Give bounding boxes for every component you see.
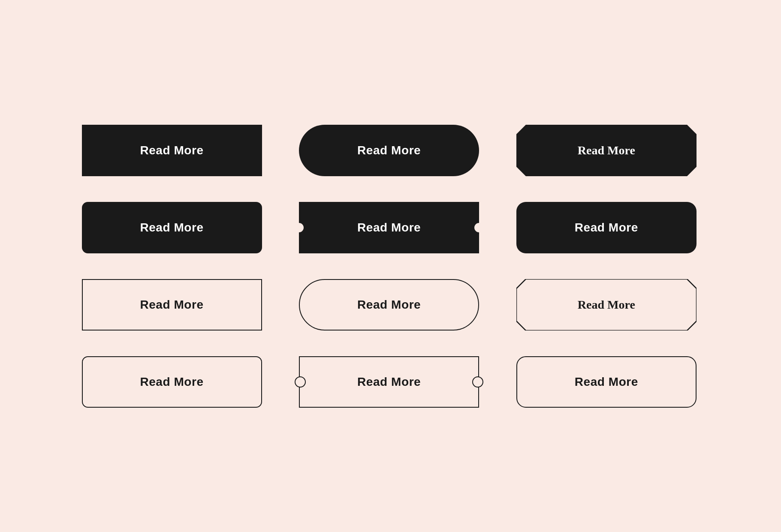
read-more-button-filled-sharp[interactable]: Read More <box>82 125 262 176</box>
button-grid: Read More Read More Read More Read More … <box>48 90 734 442</box>
read-more-button-outline-soft[interactable]: Read More <box>516 356 697 408</box>
read-more-button-filled-chamfer[interactable]: Read More <box>516 125 697 176</box>
read-more-button-filled-ticket[interactable]: Read More <box>299 202 479 253</box>
read-more-button-outline-chamfer[interactable]: Read More <box>516 279 697 331</box>
read-more-button-outline-ticket[interactable]: Read More <box>299 356 479 408</box>
read-more-button-outline-rounded[interactable]: Read More <box>82 356 262 408</box>
read-more-button-outline-pill[interactable]: Read More <box>299 279 479 331</box>
read-more-button-outline-sharp[interactable]: Read More <box>82 279 262 331</box>
read-more-button-filled-soft[interactable]: Read More <box>516 202 697 253</box>
read-more-button-filled-rounded[interactable]: Read More <box>82 202 262 253</box>
read-more-button-filled-pill[interactable]: Read More <box>299 125 479 176</box>
